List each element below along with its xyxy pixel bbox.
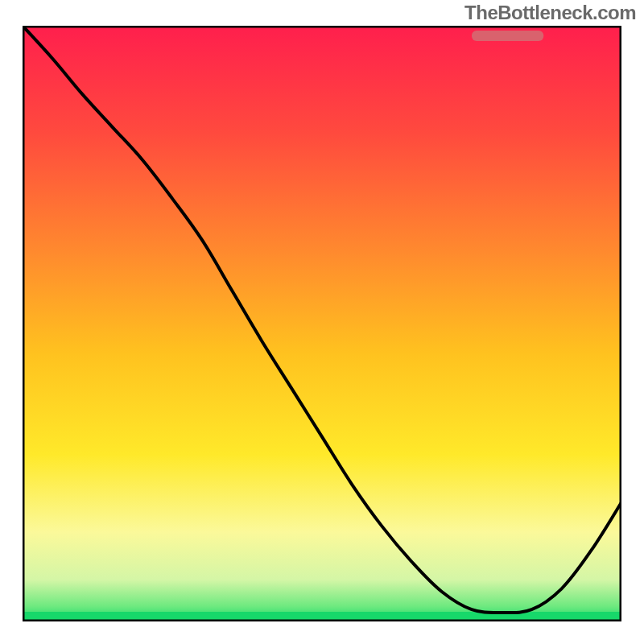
optimal-range-marker <box>472 31 543 41</box>
gradient-background <box>23 26 621 621</box>
watermark-text: TheBottleneck.com <box>464 2 636 24</box>
chart-svg <box>23 26 621 621</box>
plot-area <box>23 26 621 621</box>
chart-container: TheBottleneck.com <box>0 0 644 644</box>
